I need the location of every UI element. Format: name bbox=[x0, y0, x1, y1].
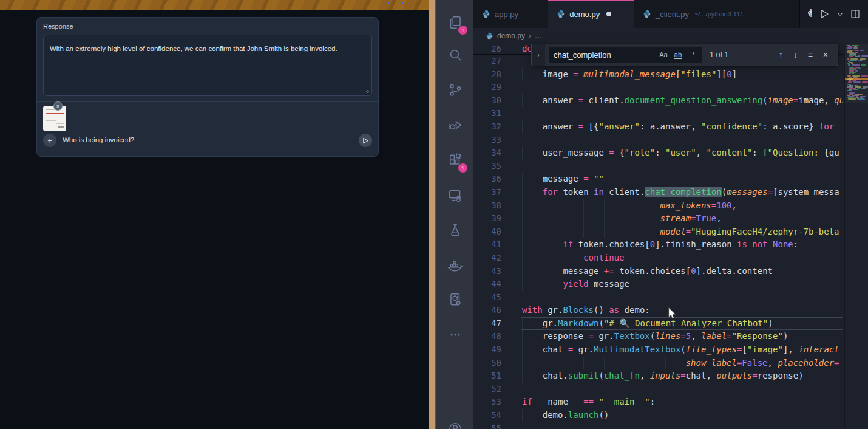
code-line[interactable]: 34user_message = {"role": "user", "conte… bbox=[473, 146, 843, 160]
search-icon[interactable] bbox=[436, 40, 473, 69]
code-line[interactable]: 28image = multimodal_message["files"][0] bbox=[473, 68, 843, 81]
code-line[interactable]: 48response = gr.Textbox(lines=5, label="… bbox=[473, 330, 843, 343]
breadcrumb[interactable]: demo.py › … bbox=[473, 28, 868, 44]
resize-handle-icon[interactable] bbox=[364, 88, 370, 94]
code-line[interactable]: 44yield message bbox=[473, 278, 843, 291]
code-line[interactable]: 33 bbox=[473, 134, 843, 147]
whole-word-button[interactable]: ab bbox=[671, 51, 685, 58]
line-number: 47 bbox=[473, 317, 501, 331]
run-debug-icon[interactable] bbox=[436, 111, 473, 140]
minimap[interactable] bbox=[844, 44, 868, 429]
multimodal-input-row: + Who is being invoiced? bbox=[37, 134, 378, 148]
code-line[interactable]: 52 bbox=[473, 383, 843, 396]
python-icon bbox=[807, 9, 812, 19]
indent-guide bbox=[543, 278, 563, 291]
account-icon[interactable] bbox=[436, 414, 473, 429]
indent-guide bbox=[625, 357, 645, 370]
minimap-row bbox=[853, 89, 858, 90]
tab-demo-py[interactable]: demo.py bbox=[548, 0, 634, 28]
find-in-selection-button[interactable]: ≡ bbox=[808, 50, 813, 60]
code-line[interactable]: 55 bbox=[473, 422, 843, 429]
code-line[interactable]: 53if __name__ == "__main__": bbox=[473, 396, 843, 409]
previous-match-button[interactable]: ↑ bbox=[779, 50, 783, 60]
testing-icon[interactable] bbox=[436, 216, 473, 245]
code-token: for bbox=[819, 122, 834, 131]
breadcrumb-symbol[interactable]: … bbox=[535, 32, 542, 40]
code-line[interactable]: 32answer = [{"answer": a.answer, "confid… bbox=[473, 120, 843, 134]
source-control-icon[interactable] bbox=[436, 75, 473, 105]
more-actions-icon[interactable] bbox=[436, 320, 473, 349]
indent-guide bbox=[522, 265, 543, 278]
code-line[interactable]: 31 bbox=[473, 107, 843, 120]
code-token: = bbox=[793, 95, 798, 105]
code-token: [system_messa bbox=[773, 187, 839, 197]
left-window-titlebar[interactable] bbox=[0, 0, 429, 10]
code-line[interactable]: 29 bbox=[473, 81, 843, 94]
explorer-icon[interactable]: 1 bbox=[436, 8, 473, 37]
code-token: "Response" bbox=[732, 331, 783, 341]
extensions-icon[interactable]: 1 bbox=[436, 146, 473, 175]
code-line[interactable]: 42continue bbox=[473, 252, 843, 265]
line-number: 46 bbox=[473, 304, 501, 317]
plus-icon: + bbox=[47, 136, 52, 145]
titlebar-dot bbox=[401, 2, 403, 4]
docker-icon[interactable] bbox=[436, 251, 473, 280]
breadcrumb-separator: › bbox=[529, 32, 531, 40]
code-line[interactable]: 41if token.choices[0].finish_reason is n… bbox=[473, 238, 843, 252]
run-button[interactable] bbox=[818, 8, 830, 20]
indent-guide bbox=[563, 225, 583, 239]
find-input[interactable]: chat_completion Aa ab .* bbox=[549, 47, 702, 63]
close-find-button[interactable]: × bbox=[823, 50, 828, 60]
code-line[interactable]: 47gr.Markdown("# 🔍 Document Analyzer Cha… bbox=[473, 317, 843, 331]
remote-explorer-icon[interactable] bbox=[436, 181, 473, 210]
send-button[interactable] bbox=[359, 134, 372, 147]
toggle-replace-button[interactable]: › bbox=[532, 44, 545, 66]
add-file-button[interactable]: + bbox=[43, 134, 56, 147]
response-textbox[interactable]: With an extremely high level of confiden… bbox=[43, 35, 372, 96]
tab-client-py[interactable]: _client.py ~/.../python3.11/... bbox=[634, 0, 800, 28]
code-token: 0 bbox=[727, 69, 731, 79]
code-token: : bbox=[655, 148, 665, 157]
line-number: 54 bbox=[473, 409, 501, 422]
chevron-down-icon[interactable] bbox=[836, 10, 844, 18]
code-line[interactable]: 36message = "" bbox=[473, 173, 843, 186]
code-token: answer bbox=[543, 95, 578, 105]
minimap-row bbox=[848, 64, 850, 66]
minimap-row bbox=[853, 77, 858, 78]
code-lines[interactable]: 2728image = multimodal_message["files"][… bbox=[473, 55, 843, 429]
code-line[interactable]: 39stream=True, bbox=[473, 212, 843, 225]
code-line[interactable]: 51chat.submit(chat_fn, inputs=chat, outp… bbox=[473, 369, 843, 383]
code-token: is bbox=[737, 239, 747, 249]
code-token: MultimodalTextbox bbox=[594, 345, 680, 354]
remove-attachment-button[interactable]: × bbox=[53, 101, 63, 111]
code-line[interactable]: 45 bbox=[473, 291, 843, 304]
code-line[interactable]: 35 bbox=[473, 160, 843, 173]
code-editor[interactable]: 2728image = multimodal_message["files"][… bbox=[473, 44, 868, 429]
code-runner-icon[interactable] bbox=[436, 285, 473, 314]
tab-app-py[interactable]: app.py bbox=[473, 0, 548, 28]
indent-guide bbox=[604, 212, 625, 225]
match-case-button[interactable]: Aa bbox=[656, 51, 671, 58]
code-line[interactable]: 50show_label=False, placeholder= bbox=[473, 357, 843, 370]
code-line[interactable]: 43message += token.choices[0].delta.cont… bbox=[473, 265, 843, 278]
code-line[interactable]: 30answer = client.document_question_answ… bbox=[473, 94, 843, 108]
minimap-row bbox=[848, 98, 856, 100]
code-token: for bbox=[543, 187, 558, 197]
question-input[interactable]: Who is being invoiced? bbox=[63, 136, 134, 143]
code-line[interactable]: 38max_tokens=100, bbox=[473, 199, 843, 213]
find-query[interactable]: chat_completion bbox=[554, 50, 656, 60]
code-line[interactable]: 40model="HuggingFaceH4/zephyr-7b-beta bbox=[473, 225, 843, 239]
code-line[interactable]: 46with gr.Blocks() as demo: bbox=[473, 304, 843, 317]
split-editor-button[interactable] bbox=[850, 9, 861, 19]
code-token: { bbox=[614, 148, 625, 157]
code-line[interactable]: 49chat = gr.MultimodalTextbox(file_types… bbox=[473, 343, 843, 357]
code-token: = bbox=[680, 331, 685, 341]
code-token: () bbox=[598, 410, 609, 420]
next-match-button[interactable]: ↓ bbox=[793, 50, 798, 60]
code-line[interactable]: 37for token in client.chat_completion(me… bbox=[473, 186, 843, 199]
code-line[interactable]: 54demo.launch() bbox=[473, 409, 843, 422]
indent-guide bbox=[625, 225, 645, 239]
regex-button[interactable]: .* bbox=[685, 51, 700, 58]
breadcrumb-file[interactable]: demo.py bbox=[497, 32, 525, 40]
code-token: = bbox=[752, 371, 757, 380]
